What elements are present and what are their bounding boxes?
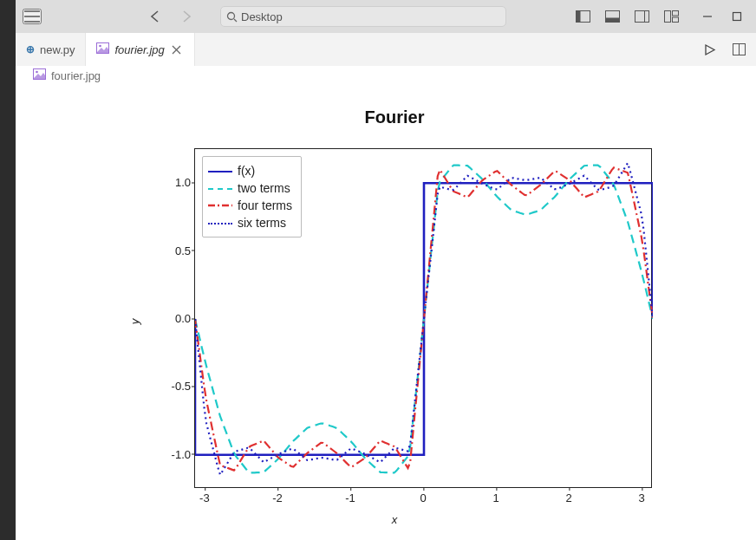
tab-new-py[interactable]: ⊕ new.py: [16, 33, 86, 66]
split-editor-button[interactable]: [727, 37, 751, 62]
x-tick: 0: [420, 491, 426, 504]
tab-fourier-jpg[interactable]: fourier.jpg: [86, 33, 194, 66]
tab-label: fourier.jpg: [114, 43, 164, 56]
svg-rect-5: [635, 11, 648, 23]
y-tick: -1.0: [128, 447, 191, 460]
tab-label: new.py: [40, 43, 75, 56]
legend-entry: six terms: [208, 214, 292, 231]
run-button[interactable]: [697, 37, 721, 62]
toggle-secondary-sidebar-button[interactable]: [629, 4, 654, 29]
breadcrumb-label: fourier.jpg: [51, 69, 101, 82]
y-tick: 0.0: [128, 312, 191, 325]
legend-label: f(x): [238, 164, 255, 178]
x-tick: -2: [272, 491, 283, 504]
customize-layout-button[interactable]: [659, 4, 683, 29]
command-center-search[interactable]: Desktop: [220, 6, 506, 27]
svg-point-15: [36, 71, 38, 74]
y-tick: 1.0: [128, 176, 191, 189]
legend-entry: f(x): [208, 162, 292, 179]
svg-point-12: [100, 45, 102, 48]
python-icon: ⊕: [26, 43, 35, 55]
svg-rect-9: [672, 17, 678, 23]
x-tick: -3: [199, 491, 210, 504]
activity-bar: [0, 0, 16, 540]
window-maximize-button[interactable]: [725, 4, 749, 29]
nav-forward-button[interactable]: [173, 4, 198, 29]
x-tick: 3: [638, 491, 644, 504]
x-axis-label: x: [392, 513, 398, 526]
svg-rect-10: [733, 13, 741, 21]
search-icon: [226, 11, 238, 23]
chart-fourier: Fourier y x -1.0-0.50.00.51.0 -3-2-10123…: [128, 107, 661, 512]
svg-rect-2: [576, 11, 580, 23]
legend-label: six terms: [238, 216, 286, 230]
app-menu-button[interactable]: [23, 9, 42, 24]
chart-title: Fourier: [128, 107, 661, 127]
x-tick: 1: [492, 491, 499, 504]
svg-rect-4: [605, 18, 619, 23]
image-icon: [33, 68, 46, 82]
x-tick: -1: [345, 491, 355, 504]
chart-axes: y x -1.0-0.50.00.51.0 -3-2-10123 f(x)two…: [128, 131, 661, 512]
window-minimize-button[interactable]: [695, 4, 720, 29]
legend-entry: four terms: [208, 197, 292, 214]
svg-rect-8: [672, 11, 678, 16]
editor-content: Fourier y x -1.0-0.50.00.51.0 -3-2-10123…: [16, 85, 756, 540]
plot-area: f(x)two termsfour termssix terms: [194, 148, 652, 488]
toggle-primary-sidebar-button[interactable]: [570, 4, 595, 29]
title-bar: Desktop: [16, 0, 756, 33]
y-tick: 0.5: [128, 244, 191, 257]
toggle-panel-button[interactable]: [600, 4, 624, 29]
legend-entry: two terms: [208, 179, 292, 197]
breadcrumb[interactable]: fourier.jpg: [16, 66, 756, 85]
legend-label: four terms: [238, 198, 292, 212]
y-tick: -0.5: [128, 380, 191, 393]
chart-legend: f(x)two termsfour termssix terms: [202, 156, 302, 237]
legend-label: two terms: [238, 181, 290, 195]
svg-rect-7: [664, 11, 670, 23]
search-label: Desktop: [241, 10, 283, 23]
editor-tabs: ⊕ new.py fourier.jpg: [16, 33, 756, 66]
svg-point-0: [228, 12, 235, 19]
close-tab-button[interactable]: [170, 42, 184, 56]
svg-rect-6: [644, 11, 648, 23]
image-icon: [96, 42, 109, 56]
x-tick: 2: [565, 491, 571, 504]
nav-back-button[interactable]: [144, 4, 168, 29]
